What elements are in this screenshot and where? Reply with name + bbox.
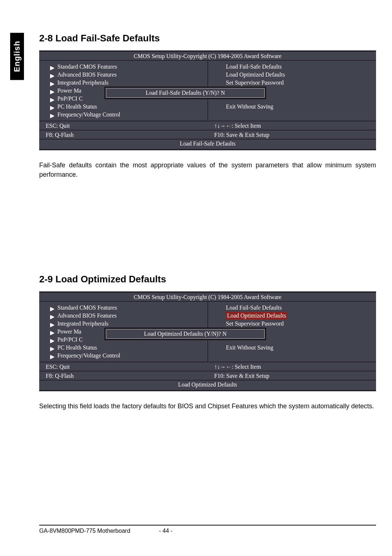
triangle-icon: ▶: [50, 72, 54, 79]
bios-window-optimized[interactable]: CMOS Setup Utility-Copyright (C) 1984-20…: [39, 291, 376, 391]
bios-header: CMOS Setup Utility-Copyright (C) 1984-20…: [39, 52, 376, 60]
triangle-icon: ▶: [50, 321, 54, 328]
triangle-icon: ▶: [50, 313, 54, 320]
bios-item-advanced-bios[interactable]: ▶Advanced BIOS Features: [50, 71, 204, 79]
bios-item-exit-nosave[interactable]: Exit Without Saving: [219, 344, 373, 352]
bios-item-standard-cmos[interactable]: ▶Standard CMOS Features: [50, 63, 204, 71]
triangle-icon: ▶: [50, 337, 54, 344]
bios-item-load-optimized[interactable]: Load Optimized Defaults: [219, 312, 373, 320]
bios-item-supervisor-pwd[interactable]: Set Supervisor Password: [219, 79, 373, 87]
dialog-text: Load Optimized Defaults (Y/N)? N: [106, 329, 265, 339]
footer-page-number: - 44 -: [159, 528, 172, 534]
bios-item-supervisor-pwd[interactable]: Set Supervisor Password: [219, 320, 373, 328]
confirm-dialog-failsafe[interactable]: Load Fail-Safe Defaults (Y/N)? N: [105, 87, 266, 99]
hint-esc: ESC: Quit: [39, 362, 208, 371]
language-tab: English: [10, 33, 24, 80]
hint-f8: F8: Q-Flash: [39, 371, 208, 380]
bios-item-load-failsafe[interactable]: Load Fail-Safe Defaults: [219, 304, 373, 312]
triangle-icon: ▶: [50, 64, 54, 71]
hint-f8: F8: Q-Flash: [39, 130, 208, 139]
section-heading-2-9: 2-9 Load Optimized Defaults: [39, 274, 376, 285]
bios-item-integrated-peripherals[interactable]: ▶Integrated Peripherals: [50, 320, 204, 328]
bios-item-freq-voltage[interactable]: ▶Frequency/Voltage Control: [50, 352, 204, 360]
triangle-icon: ▶: [50, 305, 54, 312]
bios-footer: Load Fail-Safe Defaults: [39, 139, 376, 149]
triangle-icon: ▶: [50, 80, 54, 87]
bios-item-advanced-bios[interactable]: ▶Advanced BIOS Features: [50, 312, 204, 320]
triangle-icon: ▶: [50, 96, 54, 103]
triangle-icon: ▶: [50, 112, 54, 119]
bios-item-exit-nosave[interactable]: Exit Without Saving: [219, 103, 373, 111]
bios-item-standard-cmos[interactable]: ▶Standard CMOS Features: [50, 304, 204, 312]
bios-item-freq-voltage[interactable]: ▶Frequency/Voltage Control: [50, 111, 204, 119]
bios-footer: Load Optimized Defaults: [39, 380, 376, 390]
paragraph-optimized: Selecting this field loads the factory d…: [39, 401, 376, 411]
section-heading-2-8: 2-8 Load Fail-Safe Defaults: [39, 33, 376, 44]
page-footer: GA-8VM800PMD-775 Motherboard - 44 -: [39, 525, 376, 534]
dialog-text: Load Fail-Safe Defaults (Y/N)? N: [106, 88, 265, 98]
triangle-icon: ▶: [50, 104, 54, 111]
hint-arrows: ↑↓→←: Select Item: [208, 362, 376, 371]
bios-item-load-failsafe[interactable]: Load Fail-Safe Defaults: [219, 63, 373, 71]
triangle-icon: ▶: [50, 345, 54, 352]
hint-esc: ESC: Quit: [39, 121, 208, 130]
triangle-icon: ▶: [50, 353, 54, 360]
hint-f10: F10: Save & Exit Setup: [208, 130, 376, 139]
triangle-icon: ▶: [50, 88, 54, 95]
bios-item-integrated-peripherals[interactable]: ▶Integrated Peripherals: [50, 79, 204, 87]
hint-arrows: ↑↓→←: Select Item: [208, 121, 376, 130]
confirm-dialog-optimized[interactable]: Load Optimized Defaults (Y/N)? N: [105, 328, 266, 340]
hint-f10: F10: Save & Exit Setup: [208, 371, 376, 380]
bios-item-pc-health[interactable]: ▶PC Health Status: [50, 344, 204, 352]
footer-model: GA-8VM800PMD-775 Motherboard: [39, 528, 130, 534]
bios-item-pc-health[interactable]: ▶PC Health Status: [50, 103, 204, 111]
bios-header: CMOS Setup Utility-Copyright (C) 1984-20…: [39, 293, 376, 301]
paragraph-failsafe: Fail-Safe defaults contain the most appr…: [39, 160, 376, 179]
bios-item-load-optimized[interactable]: Load Optimized Defaults: [219, 71, 373, 79]
triangle-icon: ▶: [50, 329, 54, 336]
bios-window-failsafe[interactable]: CMOS Setup Utility-Copyright (C) 1984-20…: [39, 50, 376, 150]
